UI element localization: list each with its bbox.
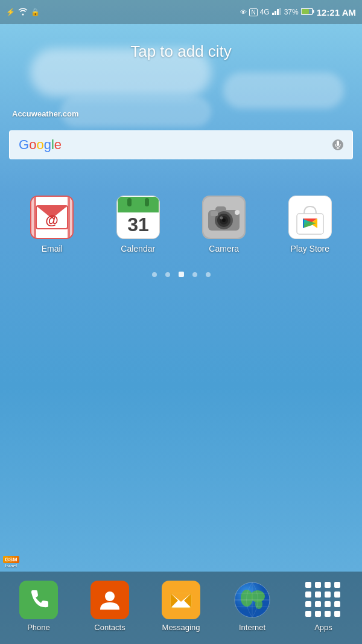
svg-rect-33 bbox=[211, 211, 218, 216]
svg-rect-13 bbox=[31, 197, 34, 238]
tap-to-add-label[interactable]: Tap to add city bbox=[12, 42, 350, 61]
camera-label: Camera bbox=[209, 244, 239, 253]
battery-percent: 37% bbox=[284, 8, 299, 16]
app-icon-camera[interactable]: Camera bbox=[191, 196, 257, 253]
dock-item-messaging[interactable]: Messaging bbox=[151, 581, 211, 632]
app-icon-email[interactable]: @ Email bbox=[19, 196, 85, 253]
nfc-icon: N bbox=[249, 8, 257, 16]
calendar-label: Calendar bbox=[121, 244, 155, 253]
svg-rect-22 bbox=[145, 198, 149, 206]
wifi-icon bbox=[18, 7, 28, 18]
google-logo: Google bbox=[19, 137, 62, 153]
google-search-bar[interactable]: Google bbox=[9, 130, 353, 159]
svg-rect-2 bbox=[277, 9, 279, 15]
status-left-icons: ⚡ 🔒 bbox=[6, 7, 40, 18]
dock-item-internet[interactable]: Internet bbox=[222, 581, 282, 632]
svg-point-31 bbox=[222, 218, 226, 222]
status-bar: ⚡ 🔒 👁 N 4G 37% bbox=[0, 0, 362, 24]
svg-rect-20 bbox=[118, 205, 159, 212]
page-dot-1[interactable] bbox=[152, 272, 157, 277]
svg-point-41 bbox=[105, 591, 115, 601]
svg-rect-3 bbox=[279, 8, 281, 15]
status-right-icons: 👁 N 4G 37% 12:21 AM bbox=[240, 7, 356, 18]
mic-icon[interactable] bbox=[332, 139, 343, 150]
svg-point-32 bbox=[220, 217, 223, 220]
time-display: 12:21 AM bbox=[317, 7, 356, 18]
network-icon: 4G bbox=[260, 8, 270, 16]
page-dot-5[interactable] bbox=[206, 272, 211, 277]
accuweather-label: Accuweather.com bbox=[12, 109, 350, 118]
svg-point-27 bbox=[235, 210, 240, 215]
internet-icon[interactable] bbox=[233, 581, 272, 619]
page-dot-4[interactable] bbox=[192, 272, 197, 277]
phone-label: Phone bbox=[27, 623, 50, 632]
svg-rect-0 bbox=[272, 13, 274, 15]
svg-rect-21 bbox=[127, 198, 132, 206]
weather-widget[interactable]: Tap to add city Accuweather.com bbox=[0, 24, 362, 124]
usb-icon: ⚡ bbox=[6, 8, 15, 16]
dock-item-apps[interactable]: Apps bbox=[293, 581, 354, 632]
svg-rect-6 bbox=[313, 10, 314, 13]
svg-rect-7 bbox=[337, 141, 339, 146]
lock-icon: 🔒 bbox=[31, 8, 40, 16]
eye-icon: 👁 bbox=[240, 8, 247, 16]
playstore-label: Play Store bbox=[290, 244, 329, 253]
contacts-label: Contacts bbox=[94, 623, 125, 632]
page-dot-3-active[interactable] bbox=[179, 272, 184, 277]
search-container[interactable]: Google bbox=[0, 124, 362, 165]
svg-text:@: @ bbox=[46, 212, 59, 228]
battery-icon bbox=[301, 8, 314, 17]
svg-rect-1 bbox=[275, 11, 276, 15]
messaging-label: Messaging bbox=[162, 623, 200, 632]
gsm-label: GSM bbox=[3, 556, 19, 563]
app-icons-row: @ Email 31 Calendar bbox=[0, 183, 362, 260]
main-content: Tap to add city Accuweather.com Google bbox=[0, 24, 362, 644]
svg-point-50 bbox=[255, 599, 262, 609]
page-indicators bbox=[0, 260, 362, 289]
dock-item-phone[interactable]: Phone bbox=[8, 581, 69, 632]
svg-text:31: 31 bbox=[127, 214, 149, 235]
app-icon-calendar[interactable]: 31 Calendar bbox=[105, 196, 171, 253]
bottom-dock: Phone Contacts Messaging bbox=[0, 572, 362, 644]
email-label: Email bbox=[42, 244, 63, 253]
contacts-icon[interactable] bbox=[91, 581, 129, 619]
internet-label: Internet bbox=[239, 623, 265, 632]
apps-icon[interactable] bbox=[304, 581, 343, 619]
israel-label: Israel bbox=[5, 563, 17, 569]
phone-icon[interactable] bbox=[19, 581, 58, 619]
signal-bars-icon bbox=[272, 8, 282, 17]
app-icon-playstore[interactable]: Play Store bbox=[277, 196, 343, 253]
svg-rect-14 bbox=[70, 197, 72, 238]
messaging-icon[interactable] bbox=[162, 581, 200, 619]
watermark: GSM Israel bbox=[3, 556, 19, 569]
svg-rect-5 bbox=[302, 9, 309, 14]
page-dot-2[interactable] bbox=[165, 272, 170, 277]
dock-item-contacts[interactable]: Contacts bbox=[80, 581, 140, 632]
apps-label: Apps bbox=[314, 623, 332, 632]
